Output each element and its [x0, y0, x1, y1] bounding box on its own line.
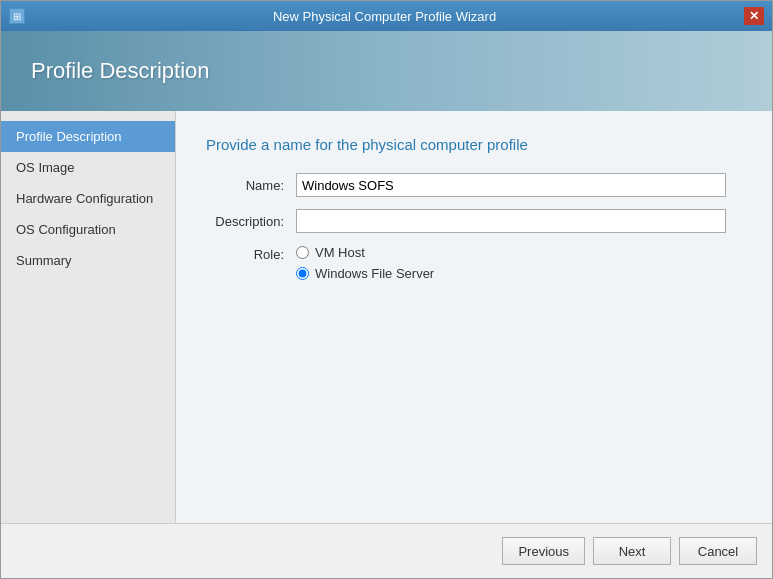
sidebar-item-os-image[interactable]: OS Image [1, 152, 175, 183]
name-row: Name: [206, 173, 742, 197]
role-option-windows-file-server[interactable]: Windows File Server [296, 266, 434, 281]
role-row: Role: VM Host Windows File Server [206, 245, 742, 281]
role-label: Role: [206, 245, 296, 281]
content-area: Profile Description OS Image Hardware Co… [1, 111, 772, 523]
previous-button[interactable]: Previous [502, 537, 585, 565]
sidebar-item-summary[interactable]: Summary [1, 245, 175, 276]
footer: Previous Next Cancel [1, 523, 772, 578]
sidebar: Profile Description OS Image Hardware Co… [1, 111, 176, 523]
sidebar-item-hardware-configuration[interactable]: Hardware Configuration [1, 183, 175, 214]
wizard-window: ⊞ New Physical Computer Profile Wizard ✕… [0, 0, 773, 579]
description-row: Description: [206, 209, 742, 233]
role-option-vm-host[interactable]: VM Host [296, 245, 434, 260]
close-button[interactable]: ✕ [744, 7, 764, 25]
section-title: Provide a name for the physical computer… [206, 136, 742, 153]
description-label: Description: [206, 214, 296, 229]
sidebar-item-profile-description[interactable]: Profile Description [1, 121, 175, 152]
role-options: VM Host Windows File Server [296, 245, 434, 281]
header-banner: Profile Description [1, 31, 772, 111]
radio-windows-file-server[interactable] [296, 267, 309, 280]
window-title: New Physical Computer Profile Wizard [25, 9, 744, 24]
description-input[interactable] [296, 209, 726, 233]
window-icon: ⊞ [9, 8, 25, 24]
sidebar-item-os-configuration[interactable]: OS Configuration [1, 214, 175, 245]
title-bar: ⊞ New Physical Computer Profile Wizard ✕ [1, 1, 772, 31]
name-label: Name: [206, 178, 296, 193]
cancel-button[interactable]: Cancel [679, 537, 757, 565]
radio-vm-host[interactable] [296, 246, 309, 259]
main-content: Provide a name for the physical computer… [176, 111, 772, 523]
header-title: Profile Description [31, 58, 210, 84]
next-button[interactable]: Next [593, 537, 671, 565]
name-input[interactable] [296, 173, 726, 197]
